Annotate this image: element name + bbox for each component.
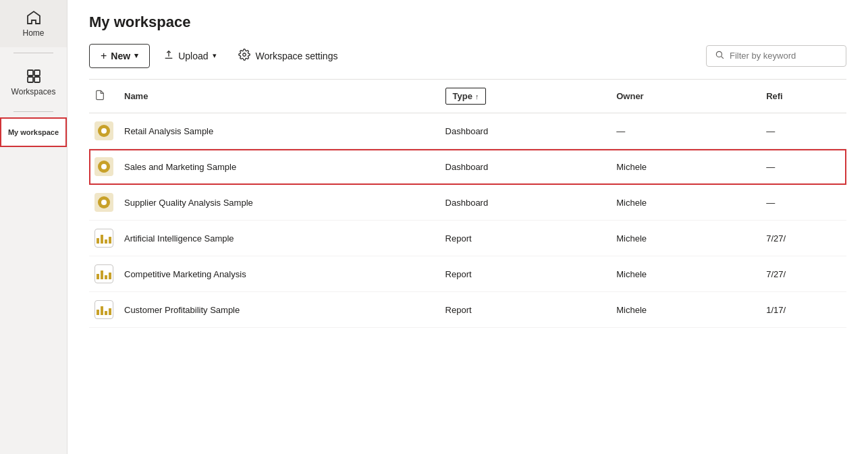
workspace-settings-button[interactable]: Workspace settings (230, 43, 346, 68)
row-name[interactable]: Retail Analysis Sample (119, 113, 440, 149)
dashboard-icon (94, 193, 113, 212)
row-icon-cell (89, 113, 119, 149)
filter-container (706, 45, 846, 67)
table-body: Retail Analysis SampleDashboard—— Sales … (89, 113, 846, 328)
svg-point-6 (242, 53, 246, 57)
row-name[interactable]: Sales and Marketing Sample (119, 149, 440, 185)
upload-icon (163, 49, 174, 62)
new-button[interactable]: + New ▾ (89, 44, 150, 68)
row-refresh: — (761, 185, 846, 221)
row-owner: Michele (611, 149, 761, 185)
report-icon (94, 300, 113, 319)
workspaces-icon (26, 68, 42, 84)
svg-rect-0 (28, 70, 33, 76)
col-type-header[interactable]: Type ↑ (440, 80, 612, 113)
sidebar: Home Workspaces My workspace (0, 0, 67, 454)
row-type: Dashboard (440, 113, 612, 149)
col-refresh-header: Refi (761, 80, 846, 113)
row-type: Report (440, 292, 612, 328)
row-type: Report (440, 221, 612, 256)
workspace-settings-label: Workspace settings (256, 51, 338, 61)
row-type: Dashboard (440, 149, 612, 185)
table-row[interactable]: Retail Analysis SampleDashboard—— (89, 113, 846, 149)
dashboard-icon (94, 157, 113, 176)
plus-icon: + (101, 50, 107, 62)
main-content: My workspace + New ▾ Upload ▾ (67, 0, 868, 454)
row-icon-cell (89, 185, 119, 221)
table-header-row: Name Type ↑ Owner Refi (89, 80, 846, 113)
table-row[interactable]: Customer Profitability SampleReportMiche… (89, 292, 846, 328)
table-row[interactable]: Artificial Intelligence SampleReportMich… (89, 221, 846, 256)
row-name[interactable]: Supplier Quality Analysis Sample (119, 185, 440, 221)
sidebar-myworkspace-label: My workspace (8, 128, 59, 136)
upload-label: Upload (178, 51, 208, 61)
col-icon (89, 80, 119, 113)
row-type: Dashboard (440, 185, 612, 221)
svg-line-8 (722, 56, 724, 58)
workspace-table: Name Type ↑ Owner Refi Retail Analysis S… (89, 80, 846, 328)
svg-point-7 (716, 51, 722, 57)
chevron-down-icon: ▾ (134, 51, 138, 60)
type-sort-box[interactable]: Type ↑ (445, 88, 487, 105)
table-row[interactable]: Competitive Marketing AnalysisReportMich… (89, 256, 846, 292)
table-row[interactable]: Sales and Marketing SampleDashboardMiche… (89, 149, 846, 185)
sidebar-divider (13, 53, 53, 53)
upload-chevron-icon: ▾ (213, 51, 217, 60)
row-name[interactable]: Customer Profitability Sample (119, 292, 440, 328)
home-icon (26, 9, 42, 26)
table-container: Name Type ↑ Owner Refi Retail Analysis S… (67, 80, 868, 454)
row-owner: Michele (611, 256, 761, 292)
row-icon-cell (89, 256, 119, 292)
row-refresh: — (761, 149, 846, 185)
sidebar-divider-2 (13, 111, 53, 112)
sidebar-workspaces-label: Workspaces (11, 87, 56, 96)
settings-icon (238, 49, 250, 63)
table-row[interactable]: Supplier Quality Analysis SampleDashboar… (89, 185, 846, 221)
sidebar-item-myworkspace[interactable]: My workspace (0, 117, 67, 147)
dashboard-icon (94, 121, 113, 140)
header: My workspace + New ▾ Upload ▾ (67, 0, 868, 80)
sidebar-item-workspaces[interactable]: Workspaces (0, 59, 67, 106)
filter-input[interactable] (730, 51, 838, 61)
row-owner: Michele (611, 221, 761, 256)
row-refresh: 7/27/ (761, 221, 846, 256)
col-name-header: Name (119, 80, 440, 113)
sidebar-home-label: Home (22, 28, 44, 38)
row-icon-cell (89, 221, 119, 256)
col-owner-header: Owner (611, 80, 761, 113)
new-label: New (111, 51, 130, 61)
row-owner: — (611, 113, 761, 149)
row-name[interactable]: Artificial Intelligence Sample (119, 221, 440, 256)
page-title: My workspace (89, 13, 846, 31)
row-icon-cell (89, 149, 119, 185)
row-refresh: 7/27/ (761, 256, 846, 292)
row-owner: Michele (611, 292, 761, 328)
sidebar-item-home[interactable]: Home (0, 0, 67, 47)
toolbar: + New ▾ Upload ▾ (89, 43, 846, 80)
upload-button[interactable]: Upload ▾ (155, 44, 224, 67)
svg-rect-2 (28, 77, 33, 82)
search-icon (715, 50, 724, 62)
sort-arrow-icon: ↑ (475, 92, 479, 101)
row-refresh: 1/17/ (761, 292, 846, 328)
row-name[interactable]: Competitive Marketing Analysis (119, 256, 440, 292)
row-owner: Michele (611, 185, 761, 221)
row-type: Report (440, 256, 612, 292)
svg-rect-1 (34, 70, 40, 76)
row-icon-cell (89, 292, 119, 328)
type-label: Type (453, 91, 472, 101)
svg-rect-3 (34, 77, 40, 82)
report-icon (94, 264, 113, 283)
row-refresh: — (761, 113, 846, 149)
report-icon (94, 229, 113, 248)
